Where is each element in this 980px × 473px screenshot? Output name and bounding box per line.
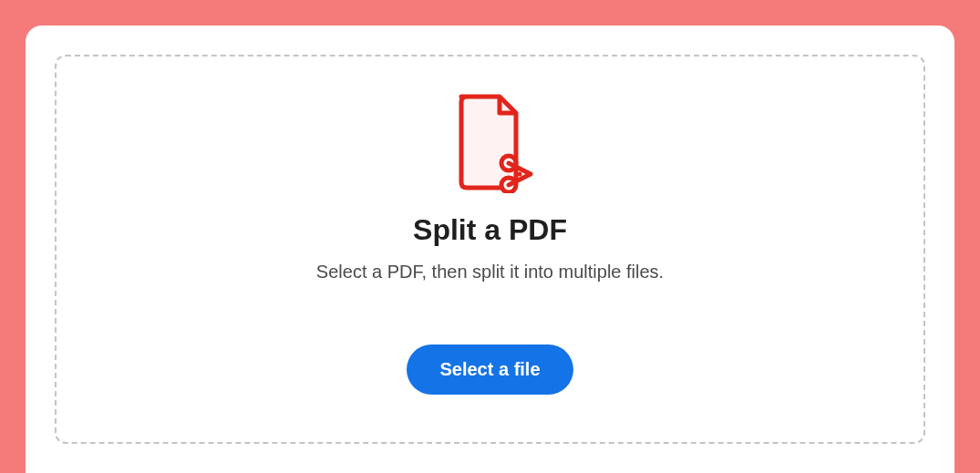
page-subtitle: Select a PDF, then split it into multipl… <box>316 262 664 283</box>
svg-point-2 <box>517 172 521 177</box>
split-pdf-icon <box>447 93 534 197</box>
file-dropzone[interactable]: Split a PDF Select a PDF, then split it … <box>55 55 925 444</box>
select-file-button[interactable]: Select a file <box>407 344 573 395</box>
upload-card: Split a PDF Select a PDF, then split it … <box>26 26 954 473</box>
page-title: Split a PDF <box>413 213 567 247</box>
